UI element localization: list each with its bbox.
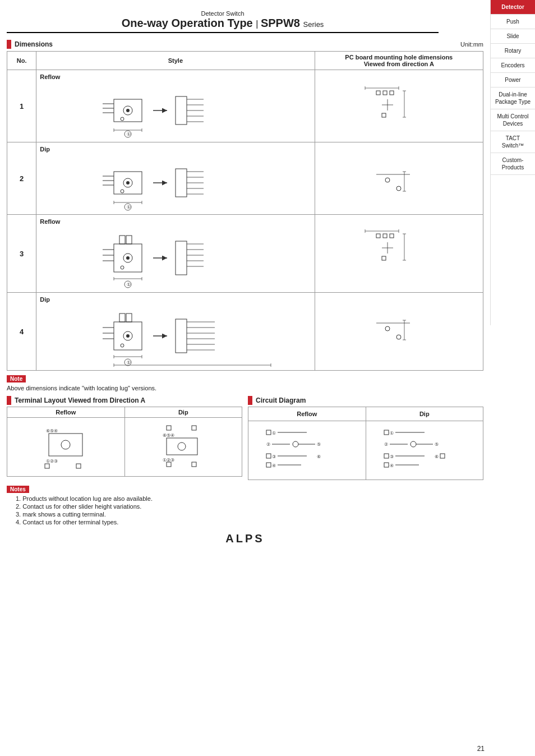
row2-no: 2 xyxy=(7,142,36,215)
col-pcb: PC board mounting hole dimensionsViewed … xyxy=(315,52,483,70)
sidebar-item-dual[interactable]: Dual-in-linePackage Type xyxy=(491,87,535,109)
alps-footer: ALPS xyxy=(7,527,483,548)
bottom-sections: Terminal Layout Viewed from Direction A … xyxy=(7,396,483,480)
svg-rect-20 xyxy=(383,91,387,95)
row4-pcb xyxy=(315,293,483,371)
svg-point-6 xyxy=(121,117,124,121)
svg-point-37 xyxy=(121,190,124,193)
terminal-reflow-diagram: ⑥⑤④ ①②③ xyxy=(7,418,125,477)
row2-pcb-diagram xyxy=(319,152,479,205)
circuit-row: ① ② ⑤ ③ xyxy=(248,421,483,480)
svg-rect-57 xyxy=(119,236,125,244)
svg-text:①: ① xyxy=(127,282,131,287)
svg-text:⑤: ⑤ xyxy=(317,442,321,447)
svg-text:⑤: ⑤ xyxy=(435,442,439,447)
svg-point-96 xyxy=(126,334,130,338)
table-row: 1 Reflow xyxy=(7,70,483,142)
svg-rect-99 xyxy=(176,319,187,353)
circuit-header-row: Circuit Diagram xyxy=(248,396,483,405)
svg-point-5 xyxy=(126,109,130,112)
terminal-table: Reflow Dip ⑥⑤④ xyxy=(7,407,242,477)
page-number: 21 xyxy=(477,745,485,753)
col-style: Style xyxy=(36,52,315,70)
svg-rect-160 xyxy=(440,454,445,458)
notes-item-2: 2. Contact us for other slider height va… xyxy=(7,503,483,510)
main-content: Detector Switch One-way Operation Type |… xyxy=(0,0,490,553)
row2-style: Dip xyxy=(36,142,315,215)
svg-text:⑥⑤④: ⑥⑤④ xyxy=(163,433,174,438)
row1-pcb xyxy=(315,70,483,142)
svg-rect-8 xyxy=(176,96,187,125)
page-header: Detector Switch One-way Operation Type |… xyxy=(7,4,439,33)
row4-pcb-svg xyxy=(348,301,449,362)
notes-section: Notes 1. Products without location lug a… xyxy=(7,486,483,525)
svg-text:⑥: ⑥ xyxy=(317,454,321,459)
svg-text:①: ① xyxy=(127,132,131,137)
svg-point-51 xyxy=(385,178,390,182)
table-row: 4 Dip xyxy=(7,293,483,371)
svg-text:①②③: ①②③ xyxy=(46,459,58,464)
row1-no: 1 xyxy=(7,70,36,142)
table-row: 2 Dip xyxy=(7,142,483,215)
circuit-section-bar xyxy=(248,396,252,405)
row1-style-svg: ① xyxy=(80,82,271,139)
sidebar-item-detector[interactable]: Detector xyxy=(491,0,535,15)
table-row: 3 Reflow xyxy=(7,215,483,293)
circuit-dip-svg: ① ② ⑤ ③ xyxy=(380,425,469,475)
sidebar-item-rotary[interactable]: Rotary xyxy=(491,44,535,58)
svg-point-116 xyxy=(396,335,401,339)
sidebar-item-push[interactable]: Push xyxy=(491,15,535,29)
row4-diagram: ① xyxy=(40,305,311,367)
sidebar-item-power[interactable]: Power xyxy=(491,73,535,87)
sidebar-item-tact[interactable]: TACT Switch™ xyxy=(491,131,535,153)
svg-rect-157 xyxy=(384,454,389,458)
sidebar-item-slide[interactable]: Slide xyxy=(491,29,535,44)
terminal-col1-header: Reflow xyxy=(7,407,125,418)
svg-text:①: ① xyxy=(390,431,394,436)
dimensions-title: Dimensions xyxy=(15,40,53,48)
notes-item-3: 3. mark shows a cutting terminal. xyxy=(7,511,483,518)
svg-rect-27 xyxy=(382,113,386,117)
note-section: Note Above dimensions indicate "with loc… xyxy=(7,375,483,391)
svg-rect-66 xyxy=(176,241,187,275)
sidebar-item-multi[interactable]: Multi ControlDevices xyxy=(491,109,535,131)
notes-item-4: 4. Contact us for other terminal types. xyxy=(7,519,483,525)
svg-rect-85 xyxy=(382,256,386,260)
svg-rect-134 xyxy=(266,430,271,435)
svg-text:①: ① xyxy=(127,205,131,210)
svg-point-97 xyxy=(121,344,124,347)
svg-rect-126 xyxy=(167,426,171,430)
svg-rect-78 xyxy=(383,234,387,238)
circuit-dip-diagram: ① ② ⑤ ③ xyxy=(366,421,483,480)
row3-diagram: ① xyxy=(40,227,311,289)
svg-text:②: ② xyxy=(384,442,388,447)
svg-rect-39 xyxy=(176,169,187,197)
header-subtitle: Detector Switch xyxy=(7,10,439,17)
terminal-dip-diagram: ⑥⑤④ ①②③ xyxy=(124,418,242,477)
svg-text:②: ② xyxy=(266,442,270,447)
circuit-reflow-diagram: ① ② ⑤ ③ xyxy=(248,421,366,480)
svg-point-154 xyxy=(411,441,416,447)
svg-text:①: ① xyxy=(272,431,276,436)
row3-style-svg: ① xyxy=(80,227,271,289)
svg-point-139 xyxy=(293,441,298,447)
svg-rect-146 xyxy=(266,463,271,467)
svg-rect-132 xyxy=(167,462,171,467)
svg-point-115 xyxy=(385,326,390,331)
circuit-title: Circuit Diagram xyxy=(256,397,306,404)
svg-point-52 xyxy=(396,186,401,191)
svg-rect-121 xyxy=(49,434,82,456)
svg-rect-149 xyxy=(384,430,389,435)
sidebar-item-encoders[interactable]: Encoders xyxy=(491,58,535,73)
circuit-diagram-section: Circuit Diagram Reflow Dip xyxy=(248,396,483,480)
note-text: Above dimensions indicate "with locating… xyxy=(7,385,483,391)
row1-label: Reflow xyxy=(40,73,311,80)
row4-style-svg: ① xyxy=(80,305,271,367)
sidebar-item-custom[interactable]: Custom-Products xyxy=(491,153,535,175)
svg-rect-21 xyxy=(390,91,394,95)
unit-label: Unit:mm xyxy=(460,41,483,48)
terminal-dip-svg: ⑥⑤④ ①②③ xyxy=(147,421,220,472)
circuit-table: Reflow Dip ① ② xyxy=(248,407,483,480)
row4-label: Dip xyxy=(40,296,311,303)
row2-pcb xyxy=(315,142,483,215)
